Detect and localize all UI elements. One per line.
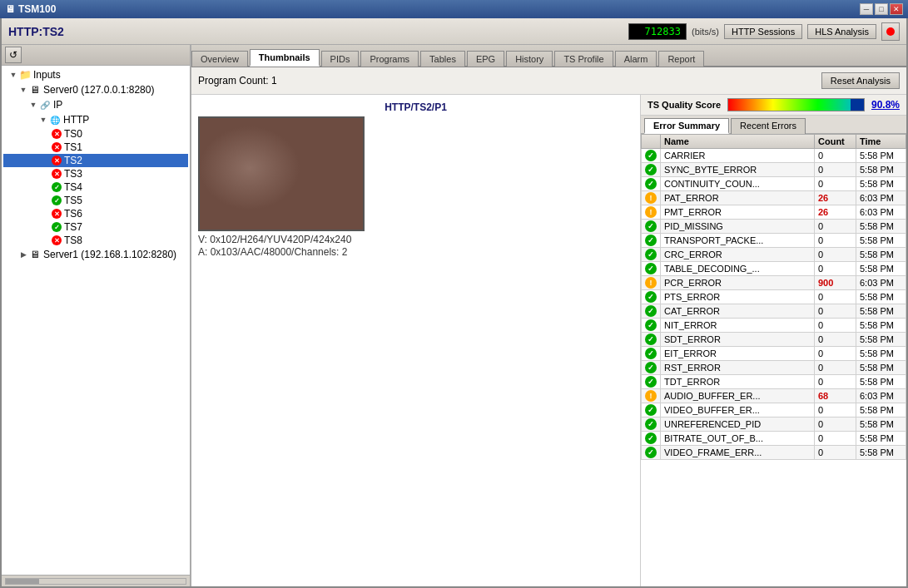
tab-overview[interactable]: Overview [191,51,248,67]
tab-error-summary[interactable]: Error Summary [644,118,729,134]
tree-server1[interactable]: ▶ 🖥 Server1 (192.168.1.102:8280) [3,247,188,262]
row-status: ! [642,191,661,205]
program-count-text: Program Count: 1 [198,75,277,86]
content-area: ↺ ▼ 📁 Inputs ▼ 🖥 Server0 (127.0.0.1:8280… [2,45,906,586]
row-count: 0 [815,446,856,460]
row-status: ✓ [642,163,661,177]
row-count: 68 [815,389,856,403]
error-table-container[interactable]: Name Count Time ✓CARRIER05:58 PM✓SYNC_BY… [641,134,906,586]
svg-rect-7 [216,178,221,193]
tree-stream-ts6[interactable]: ✕ TS6 [3,207,188,220]
table-header-row: Name Count Time [642,135,906,149]
tree-inputs-root[interactable]: ▼ 📁 Inputs [3,67,188,82]
tab-programs[interactable]: Programs [360,51,419,67]
tree-stream-ts5[interactable]: ✓ TS5 [3,194,188,207]
table-row: ✓TDT_ERROR05:58 PM [642,375,906,389]
tab-history[interactable]: History [506,51,553,67]
col-status [642,135,661,149]
tree-ip[interactable]: ▼ 🔗 IP [3,97,188,112]
horizontal-scrollbar[interactable] [2,575,190,586]
tab-epg[interactable]: EPG [467,51,504,67]
row-name: TRANSPORT_PACKE... [661,234,815,248]
status-ok-icon: ✓ [52,182,62,192]
expand-icon: ▼ [8,70,18,80]
left-panel-header: ↺ [2,45,190,66]
expand-icon: ▼ [38,115,48,125]
table-row: ✓TABLE_DECODING_...05:58 PM [642,262,906,276]
col-count[interactable]: Count [815,135,856,149]
tree-http[interactable]: ▼ 🌐 HTTP [3,112,188,127]
row-count: 0 [815,432,856,446]
row-count: 26 [815,191,856,205]
row-status: ✓ [642,304,661,319]
row-name: PTS_ERROR [661,290,815,304]
table-row: !PMT_ERROR266:03 PM [642,205,906,220]
status-warn-icon: ! [645,192,657,204]
quality-label: TS Quality Score [648,100,721,110]
col-name[interactable]: Name [661,135,815,149]
tab-ts-profile[interactable]: TS Profile [554,51,613,67]
table-row: ✓CONTINUITY_COUN...05:58 PM [642,177,906,191]
table-row: !PCR_ERROR9006:03 PM [642,276,906,290]
svg-point-23 [305,153,311,170]
tab-thumbnails[interactable]: Thumbnails [250,49,320,67]
tree-stream-ts8[interactable]: ✕ TS8 [3,234,188,247]
right-panel: Overview Thumbnails PIDs Programs Tables… [191,45,906,586]
tree-stream-ts7[interactable]: ✓ TS7 [3,220,188,234]
tree-stream-ts0[interactable]: ✕ TS0 [3,127,188,141]
status-error-icon: ✕ [52,169,62,179]
stream-label: TS7 [64,221,82,233]
row-time: 5:58 PM [856,290,906,304]
svg-point-18 [275,171,276,173]
tree-server0[interactable]: ▼ 🖥 Server0 (127.0.0.1:8280) [3,82,188,97]
stream-label: TS5 [64,195,82,206]
http-sessions-button[interactable]: HTTP Sessions [724,24,802,39]
svg-rect-6 [200,186,365,190]
status-error-icon: ✕ [52,129,62,139]
maximize-button[interactable]: □ [875,3,888,15]
quality-score-value[interactable]: 90.8% [871,99,900,111]
tab-report[interactable]: Report [658,51,704,67]
row-status: ✓ [642,262,661,276]
record-button[interactable] [881,22,900,41]
status-ok-icon: ✓ [645,178,657,190]
thumbnails-toolbar: Program Count: 1 Reset Analysis [191,67,906,95]
program-count-value: 1 [271,75,277,86]
row-name: TDT_ERROR [661,375,815,389]
tree-stream-ts1[interactable]: ✕ TS1 [3,141,188,154]
minimize-button[interactable]: ─ [860,3,873,15]
tab-recent-errors[interactable]: Recent Errors [731,118,806,134]
refresh-button[interactable]: ↺ [5,47,22,63]
tree-stream-ts3[interactable]: ✕ TS3 [3,167,188,180]
tab-alarm[interactable]: Alarm [615,51,657,67]
status-ok-icon: ✓ [645,418,657,430]
row-time: 5:58 PM [856,403,906,418]
svg-point-13 [244,175,280,198]
error-table: Name Count Time ✓CARRIER05:58 PM✓SYNC_BY… [641,134,906,460]
header-controls: 712833 (bits/s) HTTP Sessions HLS Analys… [628,22,900,41]
thumbnail-image [198,116,365,231]
svg-rect-9 [266,178,270,193]
status-ok-icon: ✓ [645,220,657,232]
row-time: 5:58 PM [856,347,906,361]
tree-stream-ts4[interactable]: ✓ TS4 [3,180,188,194]
tab-pids[interactable]: PIDs [321,51,360,67]
hls-analysis-button[interactable]: HLS Analysis [807,24,876,39]
tab-tables[interactable]: Tables [420,51,465,67]
status-ok-icon: ✓ [645,404,657,416]
thumbnail-area: HTTP/TS2/P1 [191,95,641,586]
tree-stream-ts2[interactable]: ✕ TS2 [3,154,188,167]
table-row: ✓VIDEO_FRAME_ERR...05:58 PM [642,446,906,460]
svg-point-15 [262,159,274,174]
close-button[interactable]: ✕ [890,3,903,15]
status-ok-icon: ✓ [645,376,657,388]
svg-point-16 [270,157,282,172]
status-error-icon: ✕ [52,209,62,219]
reset-analysis-button[interactable]: Reset Analysis [821,72,900,89]
stream-label: TS6 [64,208,82,220]
row-count: 0 [815,304,856,319]
row-status: ✓ [642,446,661,460]
table-row: ✓CAT_ERROR05:58 PM [642,304,906,319]
tab-bar: Overview Thumbnails PIDs Programs Tables… [191,45,906,67]
col-time[interactable]: Time [856,135,906,149]
